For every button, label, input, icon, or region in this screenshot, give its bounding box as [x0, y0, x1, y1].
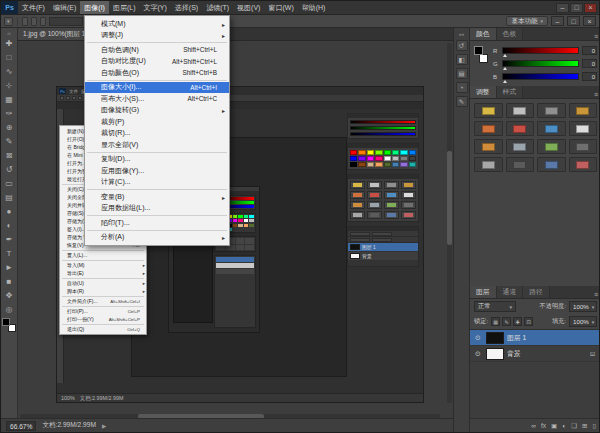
- zoom-tool[interactable]: ◎: [1, 302, 17, 316]
- menu-item[interactable]: 陷印(T)...: [85, 217, 229, 229]
- menu-item[interactable]: 应用图像(Y)...: [85, 165, 229, 177]
- options-field[interactable]: [49, 17, 83, 26]
- adjustment-icon[interactable]: [569, 139, 598, 154]
- menu-item[interactable]: 自动颜色(O) Shift+Ctrl+B: [85, 67, 229, 79]
- menubar-item[interactable]: 文件(F): [18, 1, 49, 14]
- tab-styles[interactable]: 样式: [497, 86, 524, 98]
- foreground-color-swatch[interactable]: [474, 46, 483, 55]
- dodge-tool[interactable]: ◐: [1, 218, 17, 232]
- new-layer-icon[interactable]: ⊞: [582, 419, 587, 432]
- menubar-item[interactable]: 视图(V): [233, 1, 264, 14]
- menubar-item[interactable]: 窗口(W): [264, 1, 297, 14]
- slider-knob-icon[interactable]: [503, 67, 507, 70]
- color-slider[interactable]: [502, 60, 579, 67]
- layer-row[interactable]: 背景: [470, 346, 600, 362]
- menu-item[interactable]: 分析(A): [85, 232, 229, 244]
- menubar-item[interactable]: 图层(L): [109, 1, 140, 14]
- history-brush-tool[interactable]: ↺: [1, 162, 17, 176]
- doc-minimize-icon[interactable]: –: [551, 16, 564, 26]
- properties-panel-icon[interactable]: ◔: [456, 82, 468, 93]
- menu-item[interactable]: 画布大小(S)... Alt+Ctrl+C: [85, 93, 229, 105]
- lock-position-icon[interactable]: ✚: [513, 317, 522, 326]
- quick-selection-tool[interactable]: ⊹: [1, 78, 17, 92]
- move-tool[interactable]: ✚: [1, 36, 17, 50]
- tab-paths[interactable]: 路径: [523, 286, 550, 298]
- doc-restore-icon[interactable]: □: [567, 16, 580, 26]
- adjustment-icon[interactable]: [537, 139, 566, 154]
- menu-item[interactable]: 模式(M): [85, 18, 229, 30]
- path-selection-tool[interactable]: ►: [1, 260, 17, 274]
- crop-tool[interactable]: ▦: [1, 92, 17, 106]
- maximize-icon[interactable]: □: [570, 3, 583, 13]
- blend-mode-select[interactable]: 正常▾: [474, 301, 516, 312]
- panel-fg-bg-swatches[interactable]: [474, 46, 489, 68]
- panel-menu-icon[interactable]: ≡: [591, 91, 600, 98]
- slider-knob-icon[interactable]: [503, 54, 507, 57]
- vertical-scrollbar[interactable]: [447, 43, 452, 403]
- info-panel-icon[interactable]: ▤: [456, 68, 468, 79]
- layer-name[interactable]: 背景: [507, 349, 587, 359]
- menu-item[interactable]: 计算(C)...: [85, 177, 229, 189]
- tool-preset-picker[interactable]: ▾: [4, 17, 13, 26]
- layer-group-icon[interactable]: ❏: [571, 419, 577, 432]
- expand-panels-icon[interactable]: ««: [459, 31, 465, 37]
- adjustment-icon[interactable]: [537, 103, 566, 118]
- clone-stamp-tool[interactable]: ⊠: [1, 148, 17, 162]
- adjustment-icon[interactable]: [569, 103, 598, 118]
- menu-item[interactable]: 图像大小(I)... Alt+Ctrl+I: [85, 82, 229, 94]
- channel-value[interactable]: 0: [582, 59, 597, 68]
- pen-tool[interactable]: ✒: [1, 232, 17, 246]
- blur-tool[interactable]: ●: [1, 204, 17, 218]
- options-icon[interactable]: [31, 17, 37, 26]
- adjustment-layer-icon[interactable]: ◐: [562, 419, 566, 432]
- layer-row[interactable]: 图层 1: [470, 330, 600, 346]
- tab-color[interactable]: 颜色: [470, 28, 497, 40]
- channel-value[interactable]: 0: [582, 46, 597, 55]
- menubar-item[interactable]: 图像(I): [80, 1, 109, 14]
- notes-panel-icon[interactable]: ✎: [456, 96, 468, 107]
- adjustment-icon[interactable]: [506, 157, 535, 172]
- tab-layers[interactable]: 图层: [470, 286, 497, 298]
- adjustment-icon[interactable]: [569, 157, 598, 172]
- layer-style-icon[interactable]: fx: [541, 419, 546, 432]
- healing-brush-tool[interactable]: ⊕: [1, 120, 17, 134]
- fill-value[interactable]: 100%▾: [569, 316, 597, 327]
- link-layers-icon[interactable]: ∞: [531, 419, 536, 432]
- options-icon[interactable]: [40, 17, 46, 26]
- history-panel-icon[interactable]: ↺: [456, 40, 468, 51]
- type-tool[interactable]: T: [1, 246, 17, 260]
- close-icon[interactable]: ×: [584, 3, 597, 13]
- navigator-panel-icon[interactable]: ◧: [456, 54, 468, 65]
- tab-swatches[interactable]: 色板: [497, 28, 524, 40]
- lock-pixels-icon[interactable]: ✎: [502, 317, 511, 326]
- foreground-background-swatches[interactable]: [2, 318, 16, 332]
- adjustment-icon[interactable]: [474, 121, 503, 136]
- menu-item[interactable]: 复制(D)...: [85, 154, 229, 166]
- shape-tool[interactable]: ■: [1, 274, 17, 288]
- adjustment-icon[interactable]: [506, 139, 535, 154]
- workspace-switcher[interactable]: 基本功能 ▾: [506, 16, 548, 26]
- menu-item[interactable]: 图像旋转(G): [85, 105, 229, 117]
- status-options-arrow-icon[interactable]: ▶: [102, 423, 106, 429]
- visibility-eye-icon[interactable]: [473, 350, 483, 358]
- brush-tool[interactable]: ✎: [1, 134, 17, 148]
- options-icon[interactable]: [22, 17, 28, 26]
- menu-item[interactable]: 调整(J): [85, 30, 229, 42]
- adjustment-icon[interactable]: [474, 103, 503, 118]
- zoom-level-field[interactable]: 66.67%: [6, 421, 36, 431]
- adjustment-icon[interactable]: [537, 121, 566, 136]
- eyedropper-tool[interactable]: ✑: [1, 106, 17, 120]
- delete-layer-icon[interactable]: ▯: [592, 419, 596, 432]
- hand-tool[interactable]: ✥: [1, 288, 17, 302]
- foreground-color-swatch[interactable]: [2, 318, 10, 326]
- adjustment-icon[interactable]: [506, 103, 535, 118]
- minimize-icon[interactable]: –: [556, 3, 569, 13]
- layer-thumbnail[interactable]: [486, 332, 504, 344]
- eraser-tool[interactable]: ▭: [1, 176, 17, 190]
- lock-all-icon[interactable]: ⊡: [524, 317, 533, 326]
- menubar-item[interactable]: 编辑(E): [49, 1, 80, 14]
- menu-item[interactable]: 变量(B): [85, 191, 229, 203]
- doc-close-icon[interactable]: ×: [583, 16, 596, 26]
- menu-item[interactable]: 裁切(R)...: [85, 128, 229, 140]
- lasso-tool[interactable]: ∿: [1, 64, 17, 78]
